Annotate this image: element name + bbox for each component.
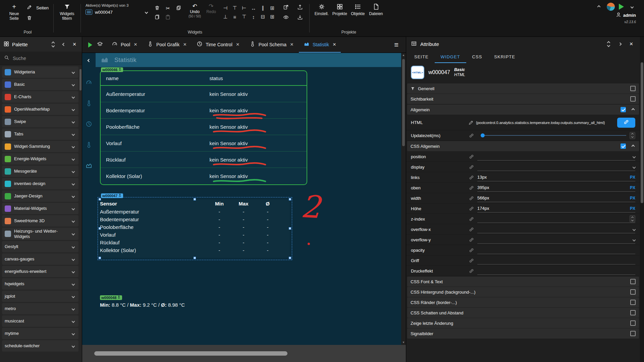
chevron-down-icon[interactable] xyxy=(633,155,636,159)
palette-category[interactable]: Jaeger-Design xyxy=(2,190,78,202)
palette-collapse-button[interactable] xyxy=(60,40,68,48)
palette-category[interactable]: canvas-gauges xyxy=(2,253,78,265)
open-binding-button[interactable] xyxy=(617,118,635,128)
chevron-down-icon[interactable] xyxy=(72,232,75,236)
chevron-down-icon[interactable] xyxy=(72,145,75,148)
scrollbar-thumb[interactable] xyxy=(641,62,643,203)
gauge-icon[interactable] xyxy=(86,79,92,86)
resize-handle[interactable] xyxy=(99,198,101,200)
run-view-button[interactable] xyxy=(88,42,92,48)
duplicate-button[interactable] xyxy=(153,13,162,22)
scroll-up-icon[interactable]: ▲ xyxy=(402,54,405,57)
link-icon[interactable] xyxy=(469,237,474,243)
palette-close-button[interactable]: × xyxy=(70,40,78,48)
css-field-input[interactable]: 566px PX xyxy=(477,194,635,202)
attr-section-header[interactable]: Sichtbarkeit xyxy=(407,94,639,104)
widget-w000046[interactable]: w000046 name status xyxy=(100,70,307,185)
palette-category[interactable]: Widgeteria xyxy=(2,66,78,78)
resize-handle[interactable] xyxy=(194,198,196,200)
user-info[interactable]: admin xyxy=(616,12,636,18)
chevron-down-icon[interactable] xyxy=(72,270,75,273)
canvas-horizontal-scrollbar[interactable] xyxy=(82,345,406,362)
chevron-down-icon[interactable] xyxy=(72,307,75,310)
palette-category[interactable]: inventwo design xyxy=(2,178,78,189)
scroll-down-icon[interactable]: ▼ xyxy=(402,341,405,344)
paste-button[interactable] xyxy=(164,13,172,22)
chart-icon[interactable] xyxy=(86,162,92,169)
section-checkbox[interactable] xyxy=(630,279,636,284)
chevron-down-icon[interactable] xyxy=(633,228,636,231)
cut-button[interactable]: ✂ xyxy=(164,4,172,13)
css-field-input[interactable] xyxy=(477,267,635,275)
export-widgets-button[interactable] xyxy=(296,3,305,12)
section-checkbox[interactable] xyxy=(630,331,636,336)
canvas-vertical-scrollbar[interactable]: ▲ ▼ xyxy=(401,53,406,345)
open-preview-button[interactable] xyxy=(282,3,290,12)
palette-category[interactable]: Material-Widgets xyxy=(2,203,78,214)
number-stepper[interactable] xyxy=(630,132,635,139)
widget-tag[interactable]: w000046 xyxy=(101,67,123,72)
close-icon[interactable]: × xyxy=(333,42,336,47)
tab-pool[interactable]: Pool × xyxy=(107,37,142,53)
link-icon[interactable] xyxy=(469,206,474,212)
palette-category[interactable]: Widget-Sammlung xyxy=(2,141,78,152)
align-icon[interactable]: ⊤ xyxy=(240,13,248,21)
resize-handle[interactable] xyxy=(289,257,291,259)
section-checkbox[interactable] xyxy=(630,310,636,315)
attr-section-header[interactable]: Generell xyxy=(407,83,639,94)
chevron-down-icon[interactable] xyxy=(72,108,75,111)
link-icon[interactable] xyxy=(469,185,474,191)
palette-category[interactable]: Gestylt xyxy=(2,241,78,252)
section-checkbox[interactable] xyxy=(621,107,626,112)
chevron-down-icon[interactable] xyxy=(633,238,636,242)
resize-handle[interactable] xyxy=(99,227,101,230)
align-icon[interactable]: ⊞ xyxy=(268,4,276,12)
chevron-down-icon[interactable] xyxy=(72,319,75,323)
chevron-down-icon[interactable] xyxy=(72,295,75,298)
resize-handle[interactable] xyxy=(194,257,196,259)
css-field-input[interactable] xyxy=(477,153,635,161)
css-field-input[interactable] xyxy=(477,236,635,244)
attrs-close-button[interactable]: × xyxy=(627,40,635,48)
delete-page-button[interactable] xyxy=(25,14,34,23)
attributes-tab[interactable]: WIDGET xyxy=(435,51,466,63)
attr-section-header[interactable]: Signalbilder xyxy=(407,328,639,339)
align-icon[interactable]: ↔ xyxy=(250,4,258,12)
attrs-unfold-button[interactable] xyxy=(604,40,612,48)
attrs-collapse-button[interactable] xyxy=(616,40,624,48)
attr-section-header[interactable]: CSS Font & Text xyxy=(407,277,639,287)
link-icon[interactable] xyxy=(469,195,474,201)
link-icon[interactable] xyxy=(469,258,474,263)
chevron-down-icon[interactable] xyxy=(72,83,75,86)
thermometer-icon[interactable] xyxy=(86,100,92,107)
align-icon[interactable]: ⊞ xyxy=(268,13,276,21)
tab-pool-schema[interactable]: Pool Schema × xyxy=(245,37,298,53)
attributes-tab[interactable]: CSS xyxy=(466,51,488,63)
html-binding-value[interactable]: {poolcontrol.0.analytics.statistics.temp… xyxy=(476,121,614,125)
thermometer-icon[interactable] xyxy=(86,141,92,148)
css-field-input[interactable] xyxy=(477,215,635,223)
link-icon[interactable] xyxy=(469,227,474,232)
chevron-down-icon[interactable] xyxy=(72,194,75,198)
palette-category[interactable]: SweetHome 3D xyxy=(2,215,78,227)
align-icon[interactable]: ⊥ xyxy=(221,13,229,21)
align-icon[interactable]: ⊟ xyxy=(259,13,267,21)
widget-tag[interactable]: w000048 xyxy=(100,295,122,300)
section-checkbox[interactable] xyxy=(621,143,626,149)
attr-section-header[interactable]: CSS Hintergrund (background-...) xyxy=(407,287,639,297)
palette-category[interactable]: Swipe xyxy=(2,116,78,127)
palette-category[interactable]: metro xyxy=(2,303,78,314)
chevron-down-icon[interactable] xyxy=(72,282,75,286)
link-icon[interactable] xyxy=(469,164,474,170)
align-icon[interactable]: ⊤ xyxy=(231,4,239,12)
tab-statistik[interactable]: Statistik × xyxy=(299,37,341,53)
slider-knob[interactable] xyxy=(481,133,485,137)
attributes-tab[interactable]: SEITE xyxy=(408,51,435,63)
search-input[interactable] xyxy=(13,56,63,61)
new-page-button[interactable]: + Neue Seite xyxy=(7,3,21,21)
attr-section-header[interactable]: CSS Schatten und Abstand xyxy=(407,308,639,318)
palette-category[interactable]: schedule-switcher xyxy=(2,340,78,352)
css-field-input[interactable] xyxy=(477,256,635,264)
chevron-down-icon[interactable] xyxy=(72,207,75,210)
resize-handle[interactable] xyxy=(289,227,291,230)
